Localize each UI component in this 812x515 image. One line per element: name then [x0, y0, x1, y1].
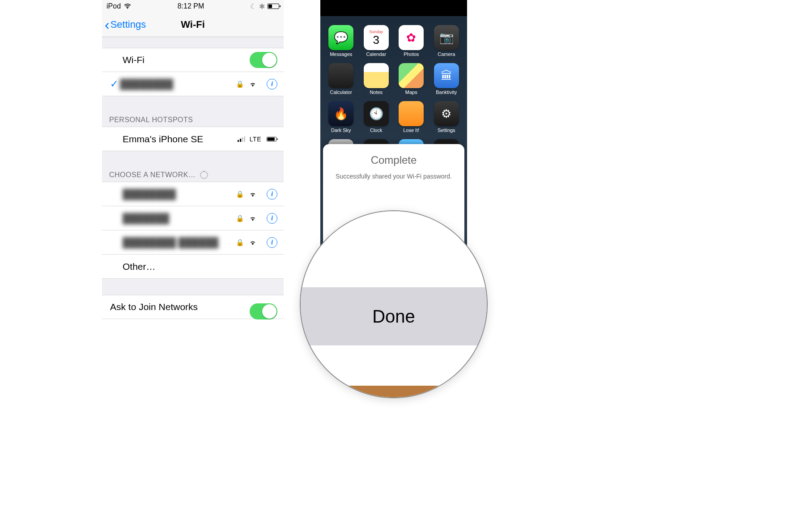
app-photos[interactable]: ✿Photos [395, 25, 427, 57]
lock-icon: 🔒 [236, 80, 244, 88]
app-label: Messages [325, 51, 357, 57]
lock-icon: 🔒 [236, 214, 244, 222]
ask-join-label: Ask to Join Networks [110, 302, 198, 312]
app-icon: 🏛 [434, 63, 459, 88]
battery-icon [268, 4, 279, 9]
app-grid: 💬MessagesSunday3Calendar✿Photos📷CameraCa… [320, 16, 467, 166]
app-label: Calendar [361, 51, 392, 57]
sheet-title: Complete [371, 154, 417, 166]
app-icon: ⚙ [434, 101, 459, 126]
app-icon [328, 63, 353, 88]
app-icon: 🔥 [328, 101, 353, 126]
status-bar-black [320, 0, 467, 16]
app-label: Settings [431, 128, 462, 133]
app-lose-it-[interactable]: Lose It! [395, 101, 427, 133]
wifi-signal-icon [249, 81, 257, 87]
app-icon: 🕙 [364, 101, 389, 126]
bluetooth-icon: ✱ [259, 2, 265, 11]
app-messages[interactable]: 💬Messages [325, 25, 357, 57]
lock-icon: 🔒 [236, 238, 244, 247]
wifi-toggle-label: Wi-Fi [123, 55, 145, 65]
app-camera[interactable]: 📷Camera [431, 25, 462, 57]
other-network-row[interactable]: Other… [102, 255, 284, 279]
network-row[interactable]: ████████ ██████ 🔒 i [102, 230, 284, 255]
checkmark-icon: ✓ [108, 78, 120, 90]
info-icon[interactable]: i [267, 79, 277, 89]
hotspot-battery-icon [267, 136, 276, 141]
wifi-signal-icon [249, 239, 257, 246]
cellular-signal-icon [238, 136, 245, 142]
wifi-icon [123, 3, 132, 9]
wifi-signal-icon [249, 191, 257, 197]
info-icon[interactable]: i [267, 237, 277, 248]
dnd-icon: ☾ [250, 2, 256, 11]
app-icon [364, 63, 389, 88]
app-dark-sky[interactable]: 🔥Dark Sky [325, 101, 357, 133]
app-label: Lose It! [395, 128, 427, 133]
app-label: Notes [361, 89, 392, 95]
chevron-left-icon: ‹ [105, 17, 110, 32]
nav-back-label: Settings [111, 19, 146, 30]
ask-join-toggle[interactable] [250, 303, 277, 319]
app-label: Calculator [325, 89, 357, 95]
wifi-signal-icon [249, 215, 257, 221]
app-notes[interactable]: Notes [361, 63, 392, 95]
status-bar: iPod 8:12 PM ☾ ✱ [102, 0, 284, 13]
network-name: ████████ ██████ [123, 237, 218, 248]
connected-network-row[interactable]: ✓ ████████ 🔒 i [102, 72, 284, 96]
other-label: Other… [123, 261, 156, 272]
hotspot-row[interactable]: Emma's iPhone SE LTE [102, 127, 284, 151]
nav-back-button[interactable]: ‹ Settings [105, 17, 146, 32]
wifi-toggle[interactable] [250, 52, 277, 68]
app-calculator[interactable]: Calculator [325, 63, 357, 95]
app-icon: Sunday3 [364, 25, 389, 50]
network-row[interactable]: ███████ 🔒 i [102, 206, 284, 230]
device-label: iPod [106, 2, 121, 10]
done-button-magnified[interactable]: Done [301, 287, 487, 345]
nav-bar: ‹ Settings Wi-Fi [102, 13, 284, 37]
app-settings[interactable]: ⚙Settings [431, 101, 462, 133]
section-header-choose: CHOOSE A NETWORK… [102, 151, 284, 182]
lock-icon: 🔒 [236, 190, 244, 198]
app-label: Dark Sky [325, 128, 357, 133]
info-icon[interactable]: i [267, 213, 277, 224]
app-label: Clock [361, 128, 392, 133]
app-clock[interactable]: 🕙Clock [361, 101, 392, 133]
app-label: Maps [395, 89, 427, 95]
app-maps[interactable]: Maps [395, 63, 427, 95]
section-header-choose-label: CHOOSE A NETWORK… [109, 171, 196, 179]
app-icon: 💬 [328, 25, 353, 50]
app-label: Photos [395, 51, 427, 57]
network-name: ████████ [123, 189, 176, 200]
section-header-hotspots-label: PERSONAL HOTSPOTS [109, 116, 193, 124]
wifi-toggle-row: Wi-Fi [102, 48, 284, 72]
app-icon [399, 63, 424, 88]
magnifier-circle: Done [300, 210, 488, 398]
ask-join-row: Ask to Join Networks [102, 295, 284, 319]
status-time: 8:12 PM [178, 2, 204, 10]
app-icon: ✿ [399, 25, 424, 50]
app-calendar[interactable]: Sunday3Calendar [361, 25, 392, 57]
spinner-icon [200, 171, 208, 179]
nav-title: Wi-Fi [181, 19, 205, 30]
app-label: Camera [431, 51, 462, 57]
info-icon[interactable]: i [267, 189, 277, 200]
connected-network-name: ████████ [120, 79, 173, 89]
section-header-hotspots: PERSONAL HOTSPOTS [102, 96, 284, 127]
app-icon: 📷 [434, 25, 459, 50]
app-banktivity[interactable]: 🏛Banktivity [431, 63, 462, 95]
app-icon [399, 101, 424, 126]
network-name: ███████ [123, 213, 169, 224]
settings-wifi-screen: iPod 8:12 PM ☾ ✱ ‹ Settings Wi-Fi Wi-Fi … [102, 0, 284, 319]
hotspot-name: Emma's iPhone SE [123, 134, 203, 145]
sheet-subtitle: Successfully shared your Wi-Fi password. [336, 173, 452, 180]
network-row[interactable]: ████████ 🔒 i [102, 182, 284, 206]
app-label: Banktivity [431, 89, 462, 95]
cellular-type: LTE [250, 136, 261, 143]
